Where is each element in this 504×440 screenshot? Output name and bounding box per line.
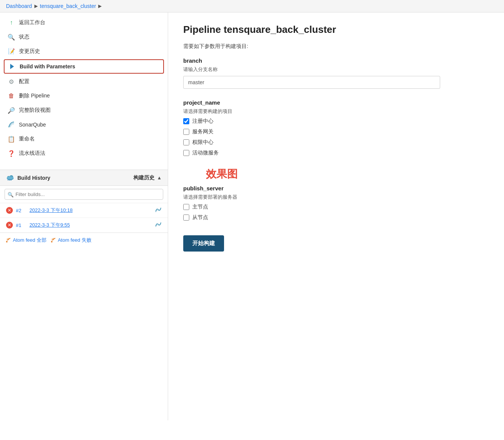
filter-search-icon: 🔍 <box>8 191 14 197</box>
atom-feed-fail-link[interactable]: Atom feed 失败 <box>51 237 91 244</box>
param-branch-section: branch 请输入分支名称 <box>183 57 489 89</box>
build-wave-icon <box>155 221 162 229</box>
checkbox-主节点[interactable] <box>183 204 189 210</box>
cloud-icon <box>6 174 14 182</box>
param-branch-input[interactable] <box>183 76 440 89</box>
table-row[interactable]: ✕ #2 2022-3-3 下午10:18 <box>0 203 168 218</box>
trash-icon: 🗑 <box>8 92 15 100</box>
main-layout: ↑ 返回工作台 🔍 状态 📝 变更历史 Build with Parameter… <box>0 12 504 420</box>
checkbox-服务网关[interactable] <box>183 129 189 135</box>
checkbox-权限中心[interactable] <box>183 139 189 145</box>
checkbox-label-服务网关: 服务网关 <box>192 128 213 135</box>
build-history-title-zh-wrap: 构建历史 ▲ <box>133 174 162 181</box>
build-status-error-icon: ✕ <box>6 207 13 214</box>
sidebar-item-back-to-workspace[interactable]: ↑ 返回工作台 <box>0 15 168 30</box>
checkbox-label-活动微服务: 活动微服务 <box>192 150 219 156</box>
checkbox-item-服务网关[interactable]: 服务网关 <box>183 128 489 135</box>
checkbox-活动微服务[interactable] <box>183 150 189 156</box>
atom-feed-fail-label: Atom feed 失败 <box>58 237 91 244</box>
param-publish-server-label: publish_server <box>183 185 489 191</box>
param-project-name-label: project_name <box>183 99 489 106</box>
build-button[interactable]: 开始构建 <box>183 235 224 252</box>
arrow-up-icon: ↑ <box>8 19 15 26</box>
build-history-header-left: Build History <box>6 174 50 182</box>
filter-wrap-relative: 🔍 <box>5 189 163 200</box>
sidebar-label-full-stage-view: 完整阶段视图 <box>19 107 51 114</box>
build-date[interactable]: 2022-3-3 下午9:55 <box>29 222 152 228</box>
sidebar-label-delete-pipeline: 删除 Pipeline <box>19 93 50 99</box>
svg-line-6 <box>9 179 10 181</box>
checkbox-label-主节点: 主节点 <box>192 204 208 210</box>
svg-point-8 <box>6 241 8 242</box>
checkbox-item-活动微服务[interactable]: 活动微服务 <box>183 150 489 156</box>
param-publish-server-section: publish_server 请选择需要部署的服务器 主节点 从节点 <box>183 185 489 221</box>
breadcrumb: Dashboard ▶ tensquare_back_cluster ▶ <box>0 0 504 12</box>
svg-point-9 <box>51 241 53 242</box>
checkbox-从节点[interactable] <box>183 215 189 221</box>
sidebar-item-change-history[interactable]: 📝 变更历史 <box>0 44 168 59</box>
build-history-header: Build History 构建历史 ▲ <box>0 170 168 186</box>
sidebar-item-build-with-parameters[interactable]: Build with Parameters <box>4 59 164 74</box>
sidebar: ↑ 返回工作台 🔍 状态 📝 变更历史 Build with Parameter… <box>0 12 168 420</box>
project-name-checkbox-group: 注册中心 服务网关 权限中心 活动微服务 <box>183 118 489 156</box>
gear-icon: ⚙ <box>8 78 15 85</box>
help-icon: ❓ <box>8 150 15 157</box>
chevron-up-icon: ▲ <box>157 175 162 181</box>
atom-feeds-section: Atom feed 全部 Atom feed 失败 <box>0 233 168 247</box>
stage-view-icon: 🔎 <box>8 107 15 114</box>
sidebar-item-delete-pipeline[interactable]: 🗑 删除 Pipeline <box>0 89 168 103</box>
build-wave-icon <box>155 206 162 215</box>
svg-marker-0 <box>10 64 14 69</box>
watermark: 效果图 <box>206 167 489 181</box>
sidebar-label-pipeline-syntax: 流水线语法 <box>19 150 45 157</box>
build-number: #1 <box>16 222 26 228</box>
sidebar-label-sonarqube: SonarQube <box>19 122 46 128</box>
build-date[interactable]: 2022-3-3 下午10:18 <box>29 207 152 214</box>
build-history-section: Build History 构建历史 ▲ 🔍 ✕ #2 2022-3-3 下午1… <box>0 170 168 247</box>
svg-point-4 <box>7 176 14 179</box>
breadcrumb-cluster[interactable]: tensquare_back_cluster <box>40 3 96 9</box>
rename-icon: 📋 <box>8 135 15 143</box>
filter-builds-wrap: 🔍 <box>0 186 168 203</box>
filter-builds-input[interactable] <box>5 189 163 200</box>
param-branch-hint: 请输入分支名称 <box>183 66 489 73</box>
checkbox-item-主节点[interactable]: 主节点 <box>183 204 489 210</box>
page-title: Pipeline tensquare_back_cluster <box>183 24 489 36</box>
param-project-name-section: project_name 请选择需要构建的项目 注册中心 服务网关 权限中心 活 <box>183 99 489 156</box>
svg-line-5 <box>8 179 8 181</box>
table-row[interactable]: ✕ #1 2022-3-3 下午9:55 <box>0 218 168 233</box>
sidebar-item-configure[interactable]: ⚙ 配置 <box>0 74 168 89</box>
build-history-title-zh: 构建历史 <box>133 174 155 181</box>
build-number: #2 <box>16 208 26 213</box>
build-status-error-icon: ✕ <box>6 222 13 228</box>
checkbox-label-权限中心: 权限中心 <box>192 139 213 146</box>
sidebar-label-rename: 重命名 <box>19 136 35 142</box>
atom-feed-all-label: Atom feed 全部 <box>13 237 46 244</box>
search-icon: 🔍 <box>8 33 15 41</box>
build-history-title: Build History <box>17 175 50 181</box>
breadcrumb-sep-2: ▶ <box>98 3 102 9</box>
checkbox-注册中心[interactable] <box>183 118 189 124</box>
atom-feed-all-link[interactable]: Atom feed 全部 <box>6 237 46 244</box>
breadcrumb-sep-1: ▶ <box>34 3 38 9</box>
sidebar-item-status[interactable]: 🔍 状态 <box>0 30 168 44</box>
sidebar-item-pipeline-syntax[interactable]: ❓ 流水线语法 <box>0 146 168 161</box>
checkbox-item-权限中心[interactable]: 权限中心 <box>183 139 489 146</box>
sidebar-item-sonarqube[interactable]: SonarQube <box>0 117 168 132</box>
sidebar-label-configure: 配置 <box>19 78 29 85</box>
sidebar-item-rename[interactable]: 📋 重命名 <box>0 132 168 146</box>
param-branch-label: branch <box>183 57 489 64</box>
svg-line-7 <box>11 179 11 181</box>
checkbox-label-注册中心: 注册中心 <box>192 118 213 125</box>
sidebar-label-build-with-parameters: Build with Parameters <box>20 63 75 69</box>
checkbox-item-从节点[interactable]: 从节点 <box>183 214 489 221</box>
sonarqube-icon <box>8 121 15 128</box>
edit-icon: 📝 <box>8 48 15 55</box>
sidebar-item-full-stage-view[interactable]: 🔎 完整阶段视图 <box>0 103 168 117</box>
sidebar-label-change-history: 变更历史 <box>19 48 40 55</box>
breadcrumb-dashboard[interactable]: Dashboard <box>6 3 32 9</box>
checkbox-item-注册中心[interactable]: 注册中心 <box>183 118 489 125</box>
publish-server-checkbox-group: 主节点 从节点 <box>183 204 489 221</box>
main-content: Pipeline tensquare_back_cluster 需要如下参数用于… <box>168 12 504 420</box>
checkbox-label-从节点: 从节点 <box>192 214 208 221</box>
